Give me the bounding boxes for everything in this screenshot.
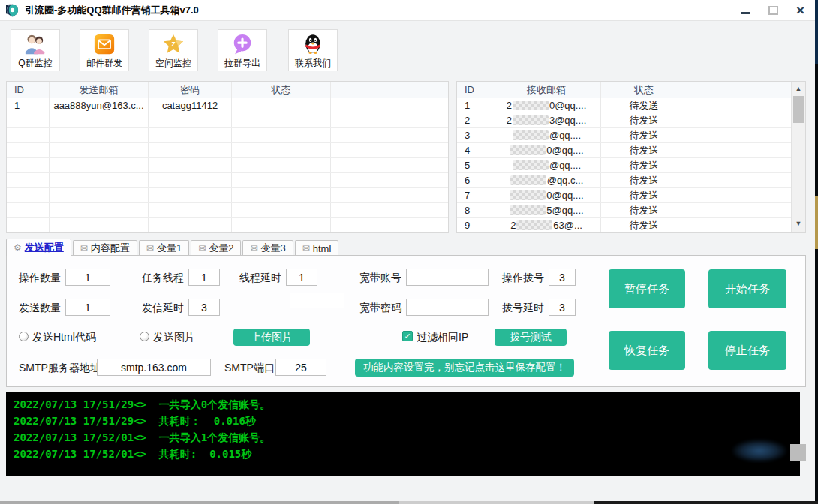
dial-delay-input[interactable]: [549, 298, 576, 316]
table-row[interactable]: 6@qq.c...待发送: [457, 173, 805, 188]
resume-task-button[interactable]: 恢复任务: [609, 331, 685, 370]
table-row[interactable]: [7, 128, 448, 143]
log-line: 2022/07/13 17/52/01<> 一共导入1个发信账号。: [14, 429, 792, 446]
titlebar: 引流圈-多功能QQ群邮件营销工具箱v7.0 ×: [0, 0, 815, 21]
column-header: 接收邮箱: [492, 82, 601, 98]
table-row[interactable]: 40@qq....待发送: [457, 143, 805, 158]
table-row[interactable]: [7, 218, 448, 232]
pause-task-button[interactable]: 暂停任务: [609, 269, 685, 308]
dial-test-button[interactable]: 拨号测试: [495, 328, 567, 346]
filter-same-ip-checkbox[interactable]: ✓: [402, 331, 413, 341]
thread-delay-input[interactable]: [286, 268, 317, 286]
tab-html[interactable]: ✉html: [295, 240, 339, 256]
email-suffix: @qq....: [549, 130, 581, 141]
email-prefix: 2: [510, 220, 516, 231]
table-cell: 待发送: [601, 188, 687, 202]
toolbar-button-label: 空间监控: [155, 57, 191, 70]
table-row[interactable]: [7, 158, 448, 173]
broadband-password-input[interactable]: [406, 298, 489, 316]
toolbar-button-5[interactable]: 联系我们: [288, 29, 338, 71]
table-row[interactable]: 9263@...待发送: [457, 218, 805, 232]
tab-变量1[interactable]: ✉变量1: [139, 240, 189, 256]
toolbar-button-label: 联系我们: [295, 57, 331, 70]
task-threads-input[interactable]: [188, 268, 220, 286]
table-cell: [7, 173, 50, 188]
tab-label: 发送配置: [25, 241, 64, 254]
table-cell: [232, 173, 331, 188]
envelope-icon: ✉: [250, 243, 257, 254]
table-row[interactable]: 3@qq....待发送: [457, 128, 805, 143]
table-row[interactable]: 5@qq....待发送: [457, 158, 805, 173]
toolbar-button-2[interactable]: 邮件群发: [80, 29, 129, 71]
tab-变量3[interactable]: ✉变量3: [242, 240, 293, 256]
table-row[interactable]: 223@qq....待发送: [457, 113, 805, 128]
receiver-email-table: ID接收邮箱状态120@qq....待发送223@qq....待发送3@qq..…: [456, 81, 806, 232]
column-header: [687, 82, 792, 98]
stop-task-button[interactable]: 停止任务: [708, 331, 786, 370]
broadband-password-label: 宽带密码: [359, 299, 401, 316]
op-count-input[interactable]: [65, 268, 110, 286]
table-cell: [232, 188, 331, 202]
send-delay-input[interactable]: [188, 298, 220, 316]
table-cell: 待发送: [601, 158, 687, 172]
table-row[interactable]: 1aaa888yun@163.c...catagg11412: [7, 98, 448, 113]
toolbar-button-4[interactable]: 拉群导出: [218, 29, 267, 71]
send-image-radio[interactable]: [140, 332, 149, 341]
broadband-account-input[interactable]: [406, 268, 489, 286]
table-cell: @qq....: [492, 158, 601, 172]
maximize-button[interactable]: [768, 6, 778, 15]
table-row[interactable]: [7, 143, 448, 158]
table-cell: 待发送: [601, 218, 687, 232]
column-header: 发送邮箱: [50, 82, 149, 98]
sender-email-table: ID发送邮箱密码状态1aaa888yun@163.c...catagg11412: [6, 81, 449, 232]
send-count-input[interactable]: [65, 298, 110, 316]
tab-发送配置[interactable]: ⚙发送配置: [6, 238, 71, 256]
op-dial-label: 操作拨号: [502, 269, 544, 286]
send-html-radio[interactable]: [19, 332, 29, 341]
table-cell: 7: [457, 188, 492, 202]
table-row[interactable]: [7, 173, 448, 188]
log-output[interactable]: 2022/07/13 17/51/29<> 一共导入0个发信账号。2022/07…: [6, 392, 800, 476]
op-dial-input[interactable]: [549, 268, 576, 286]
redacted-email-blur: [513, 116, 549, 125]
table-cell: 待发送: [601, 173, 687, 188]
scroll-down-icon[interactable]: ▼: [792, 217, 805, 230]
table-cell: 4: [457, 143, 492, 158]
toolbar-button-3[interactable]: Z空间监控: [149, 29, 198, 71]
table-cell: @qq.c...: [492, 173, 601, 188]
table-cell: 23@qq....: [492, 113, 601, 128]
table-cell: [7, 113, 50, 128]
toolbar-button-1[interactable]: Q群监控: [11, 29, 60, 71]
email-suffix: @qq....: [549, 160, 581, 171]
save-config-button[interactable]: 功能内容设置完，别忘记点击这里保存配置！: [355, 358, 574, 376]
upload-image-button[interactable]: 上传图片: [233, 328, 310, 346]
tab-变量2[interactable]: ✉变量2: [191, 240, 241, 256]
table-cell: [687, 98, 792, 112]
table-row[interactable]: [7, 113, 448, 128]
smtp-server-input[interactable]: [97, 358, 211, 376]
table-row[interactable]: [7, 188, 448, 203]
table-cell: 待发送: [601, 143, 687, 158]
table-cell: [149, 158, 232, 172]
start-task-button[interactable]: 开始任务: [708, 269, 786, 308]
extra-unlabeled-input[interactable]: [290, 292, 344, 308]
scrollbar-thumb[interactable]: [793, 96, 804, 123]
table-row[interactable]: 120@qq....待发送: [457, 98, 805, 113]
table-row[interactable]: [7, 203, 448, 218]
table-row[interactable]: 85@qq....待发送: [457, 203, 805, 218]
toolbar-button-label: 邮件群发: [86, 57, 122, 70]
tab-label: 变量2: [209, 242, 233, 255]
send-delay-label: 发信延时: [142, 299, 184, 316]
log-line: 2022/07/13 17/52/01<> 共耗时: 0.015秒: [14, 446, 792, 462]
close-button[interactable]: ×: [796, 3, 804, 18]
email-prefix: 2: [507, 115, 512, 126]
receiver-table-scrollbar[interactable]: ▲▼: [791, 82, 805, 232]
smtp-port-input[interactable]: [275, 358, 326, 376]
table-cell: [149, 218, 232, 232]
scroll-up-icon[interactable]: ▲: [792, 82, 805, 94]
op-count-label: 操作数量: [19, 269, 61, 286]
minimize-button[interactable]: [741, 12, 750, 14]
tab-内容配置[interactable]: ✉内容配置: [73, 240, 137, 256]
group-monitor-icon: [24, 30, 47, 56]
table-row[interactable]: 70@qq....待发送: [457, 188, 805, 203]
